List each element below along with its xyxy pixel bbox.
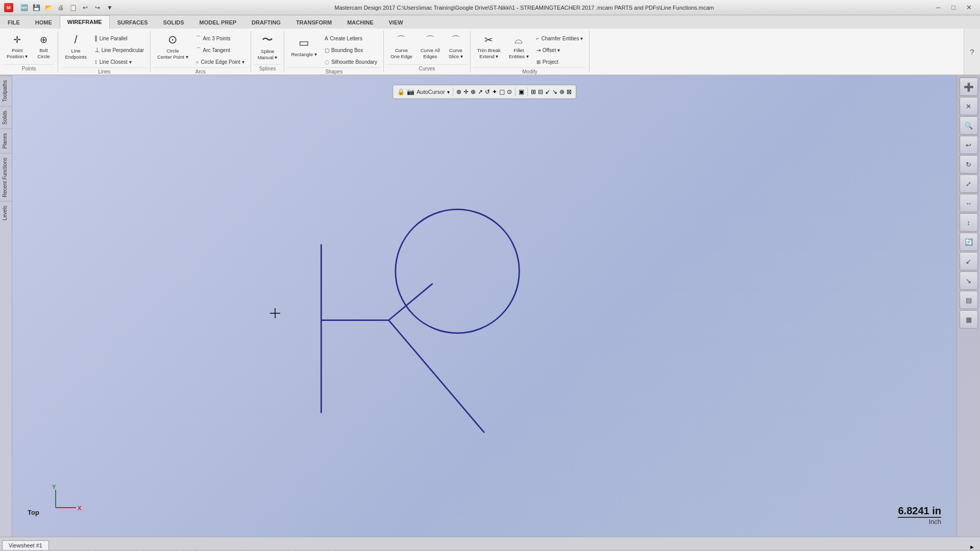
tab-machine[interactable]: MACHINE — [339, 15, 381, 29]
rs-pan-h-button[interactable]: ↔ — [960, 194, 978, 212]
sidebar-tab-levels[interactable]: Levels — [0, 201, 12, 224]
ac-snap-grid[interactable]: ⊕ — [456, 88, 461, 95]
svg-point-4 — [396, 209, 520, 333]
rs-pan-v-button[interactable]: ↕ — [960, 213, 978, 232]
help-button[interactable]: ? — [964, 29, 980, 74]
tab-drafting[interactable]: DRAFTING — [244, 15, 288, 29]
ribbon-group-curves: ⌒ CurveOne Edge ⌒ Curve AllEdges ⌒ Curve… — [384, 31, 471, 72]
point-position-button[interactable]: ✛ PointPosition ▾ — [3, 32, 31, 61]
ac-btn-1[interactable]: ⊞ — [531, 88, 536, 95]
undo-button[interactable]: ↩ — [80, 2, 91, 13]
fillet-entities-button[interactable]: ⌓ FilletEntities ▾ — [505, 32, 532, 61]
bolt-circle-button[interactable]: ⊕ BoltCircle — [32, 32, 55, 61]
ribbon-group-points: ✛ PointPosition ▾ ⊕ BoltCircle Points — [0, 31, 58, 72]
rs-fit-button[interactable]: ⤢ — [960, 174, 978, 193]
chamfer-entities-icon: ⌐ — [536, 36, 540, 41]
redo-button[interactable]: ↪ — [92, 2, 103, 13]
ac-snap-arc[interactable]: ↗ — [478, 88, 483, 95]
line-endpoints-button[interactable]: / LineEndpoints — [61, 32, 90, 61]
tab-view[interactable]: VIEW — [381, 15, 411, 29]
tab-model-prep[interactable]: MODEL PREP — [192, 15, 244, 29]
ac-btn-5[interactable]: ⊛ — [559, 88, 565, 95]
create-letters-button[interactable]: A Create Letters — [322, 33, 380, 44]
tab-home[interactable]: HOME — [28, 15, 60, 29]
curve-all-edges-button[interactable]: ⌒ Curve AllEdges — [417, 32, 444, 61]
ac-snap-intersection[interactable]: ↺ — [485, 88, 490, 95]
curve-slice-button[interactable]: ⌒ CurveSlice ▾ — [445, 32, 467, 61]
line-closest-button[interactable]: ↕ Line Closest ▾ — [91, 56, 147, 67]
tab-transform[interactable]: TRANSFORM — [288, 15, 339, 29]
chamfer-entities-button[interactable]: ⌐ Chamfer Entities ▾ — [533, 33, 586, 44]
rs-search-button[interactable]: 🔍 — [960, 116, 978, 135]
curve-one-edge-button[interactable]: ⌒ CurveOne Edge — [387, 32, 416, 61]
circle-edge-point-button[interactable]: ○ Circle Edge Point ▾ — [193, 56, 248, 67]
rs-redo-button[interactable]: ↻ — [960, 155, 978, 173]
rs-shading-button[interactable]: ▦ — [960, 310, 978, 329]
rs-rotate-button[interactable]: 🔄 — [960, 233, 978, 251]
circle-center-point-button[interactable]: ⊙ CircleCenter Point ▾ — [154, 32, 191, 61]
create-letters-label: Create Letters — [330, 36, 362, 41]
ac-btn-3[interactable]: ↙ — [545, 88, 550, 95]
sidebar-tab-toolpaths[interactable]: Toolpaths — [0, 76, 12, 106]
arcs-label: Arcs — [154, 67, 248, 74]
rs-grid-button[interactable]: ▤ — [960, 291, 978, 309]
rectangle-button[interactable]: ▭ Rectangle ▾ — [287, 32, 320, 61]
new-button[interactable]: 🆕 — [18, 2, 30, 13]
save-button[interactable]: 💾 — [31, 2, 42, 13]
arc-tangent-button[interactable]: ⌒ Arc Tangent — [193, 44, 248, 56]
print-button[interactable]: 🖨 — [55, 2, 66, 13]
title-bar: M 🆕 💾 📂 🖨 📋 ↩ ↪ ▼ Mastercam Design 2017 … — [0, 0, 980, 15]
arc-3-points-button[interactable]: ⌒ Arc 3 Points — [193, 33, 248, 44]
bounding-box-button[interactable]: ▢ Bounding Box — [322, 44, 380, 56]
tab-wireframe[interactable]: WIREFRAME — [60, 15, 110, 29]
sidebar-tab-solids[interactable]: Solids — [0, 106, 12, 129]
silhouette-boundary-button[interactable]: ◌ Silhouette Boundary — [322, 56, 380, 67]
ac-snap-point[interactable]: ✦ — [492, 88, 497, 95]
copy-button[interactable]: 📋 — [67, 2, 79, 13]
ac-snap-quadrant[interactable]: ▣ — [519, 88, 524, 95]
lines-label: Lines — [61, 67, 147, 74]
ac-snap-center[interactable]: ⊙ — [507, 88, 512, 95]
sidebar-tab-planes[interactable]: Planes — [0, 129, 12, 153]
ac-btn-6[interactable]: ⊠ — [567, 88, 572, 95]
ac-snap-midpoint[interactable]: ⊕ — [471, 88, 476, 95]
spline-manual-button[interactable]: 〜 SplineManual ▾ — [254, 32, 281, 61]
viewsheet-tab-1[interactable]: Viewsheet #1 — [2, 540, 49, 550]
rs-close-button[interactable]: ✕ — [960, 97, 978, 115]
autocursor-dropdown[interactable]: ▾ — [447, 89, 450, 95]
silhouette-boundary-label: Silhouette Boundary — [331, 59, 377, 65]
rs-add-button[interactable]: ➕ — [960, 78, 978, 96]
qa-dropdown[interactable]: ▼ — [104, 2, 115, 13]
ac-btn-2[interactable]: ⊟ — [538, 88, 543, 95]
rs-view2-button[interactable]: ↘ — [960, 271, 978, 290]
close-button[interactable]: ✕ — [962, 2, 976, 13]
viewport[interactable]: 🔒 📷 AutoCursor ▾ ⊕ ✛ ⊕ ↗ ↺ ✦ ▢ ⊙ ▣ ⊞ ⊟ ↙… — [12, 76, 957, 537]
ribbon-panel: ✛ PointPosition ▾ ⊕ BoltCircle Points / … — [0, 29, 980, 74]
tab-file[interactable]: FILE — [0, 15, 28, 29]
minimize-button[interactable]: ─ — [931, 2, 945, 13]
maximize-button[interactable]: □ — [946, 2, 961, 13]
viewsheet-scroll-right[interactable]: ► — [966, 544, 978, 550]
ribbon-tab-bar: FILE HOME WIREFRAME SURFACES SOLIDS MODE… — [0, 15, 980, 29]
rs-view1-button[interactable]: ↙ — [960, 252, 978, 270]
line-perpendicular-button[interactable]: ⊥ Line Perpendicular — [91, 44, 147, 56]
tab-solids[interactable]: SOLIDS — [156, 15, 192, 29]
line-endpoints-icon: / — [69, 33, 83, 46]
autocursor-lock-icon[interactable]: 🔒 — [397, 88, 405, 95]
line-perpendicular-icon: ⊥ — [94, 46, 100, 54]
rs-undo-button[interactable]: ↩ — [960, 136, 978, 154]
line-parallel-button[interactable]: ∥ Line Parallel — [91, 33, 147, 44]
ac-snap-tangent[interactable]: ▢ — [499, 88, 505, 95]
open-button[interactable]: 📂 — [43, 2, 54, 13]
autocursor-label[interactable]: AutoCursor — [416, 89, 445, 95]
trim-break-extend-button[interactable]: ✂ Trim BreakExtend ▾ — [474, 32, 504, 61]
sidebar-tab-recent-functions[interactable]: Recent Functions — [0, 153, 12, 202]
ac-snap-endpoint[interactable]: ✛ — [463, 88, 469, 95]
autocursor-snap-icon[interactable]: 📷 — [407, 88, 414, 95]
title-left-area: M 🆕 💾 📂 🖨 📋 ↩ ↪ ▼ — [4, 2, 117, 13]
project-button[interactable]: ⊞ Project — [533, 56, 586, 67]
tab-surfaces[interactable]: SURFACES — [110, 15, 156, 29]
ribbon-group-lines: / LineEndpoints ∥ Line Parallel ⊥ Line P… — [58, 31, 151, 72]
offset-button[interactable]: ⇥ Offset ▾ — [533, 44, 586, 56]
ac-btn-4[interactable]: ↘ — [552, 88, 557, 95]
